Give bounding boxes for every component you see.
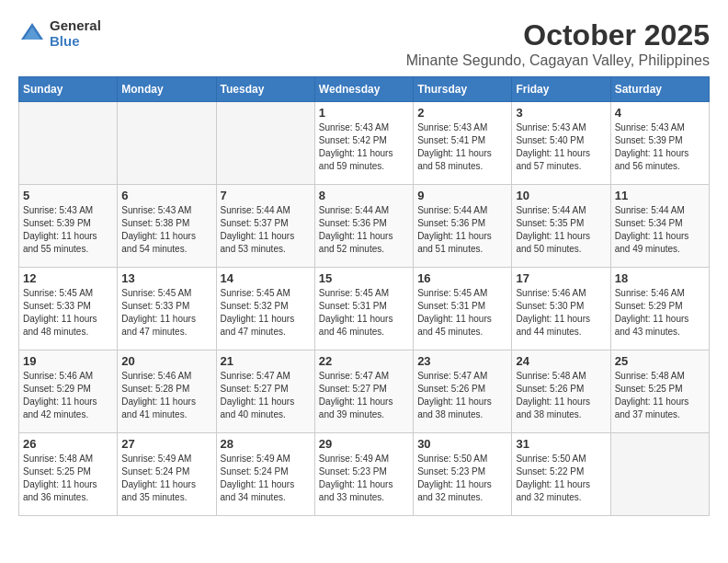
day-number: 14 (221, 271, 311, 285)
calendar-cell: 19Sunrise: 5:46 AM Sunset: 5:29 PM Dayli… (19, 350, 118, 433)
calendar-cell: 12Sunrise: 5:45 AM Sunset: 5:33 PM Dayli… (19, 268, 118, 350)
subtitle: Minante Segundo, Cagayan Valley, Philipp… (406, 52, 710, 69)
cell-content: Sunrise: 5:43 AM Sunset: 5:42 PM Dayligh… (319, 121, 409, 173)
col-monday: Monday (118, 77, 216, 102)
day-number: 4 (615, 106, 705, 120)
day-number: 15 (319, 271, 409, 285)
cell-content: Sunrise: 5:44 AM Sunset: 5:35 PM Dayligh… (516, 204, 606, 256)
cell-content: Sunrise: 5:44 AM Sunset: 5:34 PM Dayligh… (615, 204, 705, 256)
day-number: 27 (121, 437, 211, 451)
calendar-cell: 9Sunrise: 5:44 AM Sunset: 5:36 PM Daylig… (414, 185, 512, 268)
calendar-cell (610, 433, 709, 516)
day-number: 21 (221, 354, 311, 368)
day-number: 10 (516, 189, 606, 202)
day-number: 29 (319, 437, 409, 451)
page-header: General Blue October 2025 Minante Segund… (18, 18, 710, 69)
day-number: 9 (417, 189, 507, 202)
cell-content: Sunrise: 5:46 AM Sunset: 5:30 PM Dayligh… (516, 287, 606, 339)
calendar-cell: 5Sunrise: 5:43 AM Sunset: 5:39 PM Daylig… (19, 185, 118, 268)
calendar-cell: 15Sunrise: 5:45 AM Sunset: 5:31 PM Dayli… (314, 268, 413, 350)
cell-content: Sunrise: 5:44 AM Sunset: 5:37 PM Dayligh… (221, 204, 311, 256)
cell-content: Sunrise: 5:46 AM Sunset: 5:29 PM Dayligh… (615, 287, 705, 339)
cell-content: Sunrise: 5:48 AM Sunset: 5:25 PM Dayligh… (23, 453, 113, 504)
calendar-week-row: 5Sunrise: 5:43 AM Sunset: 5:39 PM Daylig… (19, 185, 710, 268)
cell-content: Sunrise: 5:49 AM Sunset: 5:24 PM Dayligh… (121, 453, 211, 504)
calendar-cell: 10Sunrise: 5:44 AM Sunset: 5:35 PM Dayli… (512, 185, 610, 268)
calendar-cell: 21Sunrise: 5:47 AM Sunset: 5:27 PM Dayli… (216, 350, 314, 433)
day-number: 11 (615, 189, 705, 202)
calendar-cell: 28Sunrise: 5:49 AM Sunset: 5:24 PM Dayli… (216, 433, 314, 516)
day-number: 17 (516, 271, 606, 285)
cell-content: Sunrise: 5:48 AM Sunset: 5:25 PM Dayligh… (615, 370, 705, 421)
calendar-week-row: 26Sunrise: 5:48 AM Sunset: 5:25 PM Dayli… (19, 433, 710, 516)
calendar-cell: 26Sunrise: 5:48 AM Sunset: 5:25 PM Dayli… (19, 433, 118, 516)
cell-content: Sunrise: 5:50 AM Sunset: 5:22 PM Dayligh… (516, 453, 606, 504)
calendar-cell: 31Sunrise: 5:50 AM Sunset: 5:22 PM Dayli… (512, 433, 610, 516)
day-number: 3 (516, 106, 606, 120)
day-number: 5 (23, 189, 113, 202)
col-saturday: Saturday (610, 77, 709, 102)
calendar-cell: 17Sunrise: 5:46 AM Sunset: 5:30 PM Dayli… (512, 268, 610, 350)
page-title: October 2025 (406, 18, 710, 52)
calendar-cell: 11Sunrise: 5:44 AM Sunset: 5:34 PM Dayli… (610, 185, 709, 268)
day-number: 20 (121, 354, 211, 368)
calendar-cell: 7Sunrise: 5:44 AM Sunset: 5:37 PM Daylig… (216, 185, 314, 268)
cell-content: Sunrise: 5:47 AM Sunset: 5:26 PM Dayligh… (417, 370, 507, 421)
day-number: 28 (221, 437, 311, 451)
title-section: October 2025 Minante Segundo, Cagayan Va… (406, 18, 710, 69)
day-number: 22 (319, 354, 409, 368)
calendar-cell (216, 102, 314, 185)
cell-content: Sunrise: 5:46 AM Sunset: 5:29 PM Dayligh… (23, 370, 113, 421)
calendar-cell (118, 102, 216, 185)
cell-content: Sunrise: 5:49 AM Sunset: 5:23 PM Dayligh… (319, 453, 409, 504)
cell-content: Sunrise: 5:43 AM Sunset: 5:41 PM Dayligh… (417, 121, 507, 173)
calendar-header-row: Sunday Monday Tuesday Wednesday Thursday… (19, 77, 710, 102)
calendar-cell: 2Sunrise: 5:43 AM Sunset: 5:41 PM Daylig… (414, 102, 512, 185)
calendar-table: Sunday Monday Tuesday Wednesday Thursday… (18, 76, 710, 516)
day-number: 1 (319, 106, 409, 120)
day-number: 6 (121, 189, 211, 202)
col-thursday: Thursday (414, 77, 512, 102)
cell-content: Sunrise: 5:47 AM Sunset: 5:27 PM Dayligh… (221, 370, 311, 421)
day-number: 2 (417, 106, 507, 120)
day-number: 26 (23, 437, 113, 451)
calendar-cell: 14Sunrise: 5:45 AM Sunset: 5:32 PM Dayli… (216, 268, 314, 350)
col-wednesday: Wednesday (314, 77, 413, 102)
calendar-cell: 24Sunrise: 5:48 AM Sunset: 5:26 PM Dayli… (512, 350, 610, 433)
cell-content: Sunrise: 5:44 AM Sunset: 5:36 PM Dayligh… (417, 204, 507, 256)
day-number: 30 (417, 437, 507, 451)
calendar-cell: 25Sunrise: 5:48 AM Sunset: 5:25 PM Dayli… (610, 350, 709, 433)
calendar-cell: 18Sunrise: 5:46 AM Sunset: 5:29 PM Dayli… (610, 268, 709, 350)
day-number: 12 (23, 271, 113, 285)
day-number: 24 (516, 354, 606, 368)
day-number: 13 (121, 271, 211, 285)
cell-content: Sunrise: 5:45 AM Sunset: 5:31 PM Dayligh… (319, 287, 409, 339)
calendar-cell: 4Sunrise: 5:43 AM Sunset: 5:39 PM Daylig… (610, 102, 709, 185)
col-sunday: Sunday (19, 77, 118, 102)
col-tuesday: Tuesday (216, 77, 314, 102)
day-number: 16 (417, 271, 507, 285)
logo-icon (18, 20, 46, 48)
cell-content: Sunrise: 5:50 AM Sunset: 5:23 PM Dayligh… (417, 453, 507, 504)
cell-content: Sunrise: 5:45 AM Sunset: 5:32 PM Dayligh… (221, 287, 311, 339)
calendar-cell: 30Sunrise: 5:50 AM Sunset: 5:23 PM Dayli… (414, 433, 512, 516)
cell-content: Sunrise: 5:43 AM Sunset: 5:39 PM Dayligh… (615, 121, 705, 173)
day-number: 18 (615, 271, 705, 285)
calendar-cell: 29Sunrise: 5:49 AM Sunset: 5:23 PM Dayli… (314, 433, 413, 516)
calendar-cell: 27Sunrise: 5:49 AM Sunset: 5:24 PM Dayli… (118, 433, 216, 516)
calendar-cell: 8Sunrise: 5:44 AM Sunset: 5:36 PM Daylig… (314, 185, 413, 268)
logo-general: General (50, 18, 101, 34)
calendar-cell: 20Sunrise: 5:46 AM Sunset: 5:28 PM Dayli… (118, 350, 216, 433)
cell-content: Sunrise: 5:47 AM Sunset: 5:27 PM Dayligh… (319, 370, 409, 421)
day-number: 7 (221, 189, 311, 202)
calendar-cell: 3Sunrise: 5:43 AM Sunset: 5:40 PM Daylig… (512, 102, 610, 185)
calendar-cell: 13Sunrise: 5:45 AM Sunset: 5:33 PM Dayli… (118, 268, 216, 350)
cell-content: Sunrise: 5:43 AM Sunset: 5:38 PM Dayligh… (121, 204, 211, 256)
cell-content: Sunrise: 5:45 AM Sunset: 5:33 PM Dayligh… (121, 287, 211, 339)
cell-content: Sunrise: 5:46 AM Sunset: 5:28 PM Dayligh… (121, 370, 211, 421)
calendar-cell (19, 102, 118, 185)
logo: General Blue (18, 18, 101, 49)
calendar-week-row: 19Sunrise: 5:46 AM Sunset: 5:29 PM Dayli… (19, 350, 710, 433)
calendar-week-row: 12Sunrise: 5:45 AM Sunset: 5:33 PM Dayli… (19, 268, 710, 350)
calendar-cell: 1Sunrise: 5:43 AM Sunset: 5:42 PM Daylig… (314, 102, 413, 185)
